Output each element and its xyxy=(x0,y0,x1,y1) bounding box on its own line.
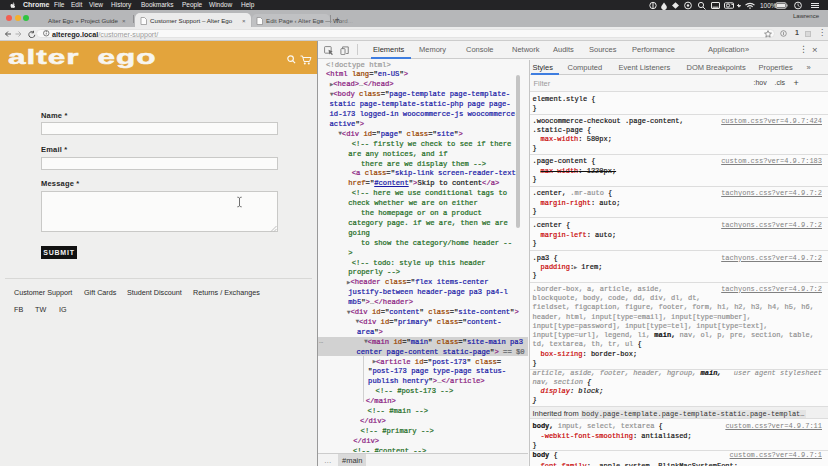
svg-text:100%: 100% xyxy=(760,2,777,9)
